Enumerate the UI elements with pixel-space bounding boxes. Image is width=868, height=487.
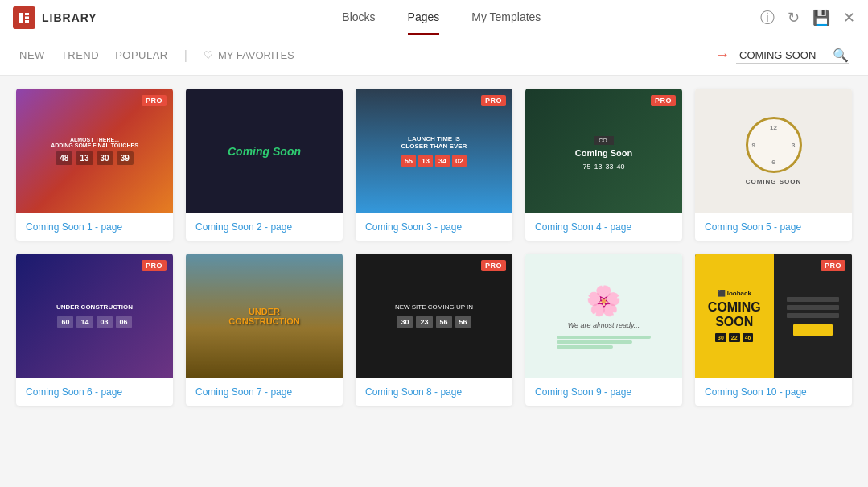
template-grid: PRO ALMOST THERE...ADDING SOME FINAL TOU… (16, 89, 852, 406)
card-thumb-1: PRO ALMOST THERE...ADDING SOME FINAL TOU… (16, 89, 173, 213)
template-card-8[interactable]: PRO NEW SITE COMING UP IN 30 23 56 56 Co… (356, 254, 512, 406)
template-card-6[interactable]: PRO UNDER CONSTRUCTION 60 14 03 06 Comin… (16, 254, 173, 406)
search-icon[interactable]: 🔍 (833, 47, 849, 63)
header: LIBRARY Blocks Pages My Templates ⓘ ↻ 💾 … (0, 0, 868, 35)
filter-divider: | (184, 48, 187, 63)
clock-graphic: 12 3 6 9 (746, 117, 802, 173)
card-label-9: Coming Soon 9 - page (525, 378, 682, 406)
pro-badge-6: PRO (142, 260, 167, 271)
card-label-6: Coming Soon 6 - page (16, 378, 173, 406)
template-card-10[interactable]: PRO ⬛ looback COMINGSOON 30 22 46 (695, 254, 852, 406)
template-card-3[interactable]: PRO LAUNCH TIME ISCLOSER THAN EVER 55 13… (356, 89, 512, 241)
search-area: → 🔍 (715, 47, 849, 64)
pro-badge-10: PRO (821, 260, 845, 271)
question-icon[interactable]: ⓘ (760, 8, 775, 27)
logo-text: LIBRARY (42, 11, 97, 24)
pro-badge-4: PRO (651, 95, 676, 106)
card-label-5: Coming Soon 5 - page (695, 213, 852, 241)
card-thumb-4: PRO CO. Coming Soon 75133340 (525, 89, 682, 213)
search-arrow-indicator: → (715, 47, 730, 64)
card-thumb-5: 12 3 6 9 COMING SOON (695, 89, 852, 213)
template-card-5[interactable]: 12 3 6 9 COMING SOON Coming Soon 5 - pag… (695, 89, 852, 241)
filter-bar: NEW TREND POPULAR | ♡ MY FAVORITES → 🔍 (0, 35, 868, 76)
logo-area: LIBRARY (13, 6, 97, 29)
card-thumb-10: PRO ⬛ looback COMINGSOON 30 22 46 (695, 254, 852, 378)
template-card-7[interactable]: UNDERCONSTRUCTION Coming Soon 7 - page (186, 254, 343, 406)
svg-rect-3 (25, 20, 29, 23)
card-thumb-2: Coming Soon (186, 89, 343, 213)
svg-rect-1 (25, 13, 29, 15)
template-card-1[interactable]: PRO ALMOST THERE...ADDING SOME FINAL TOU… (16, 89, 173, 241)
card-label-7: Coming Soon 7 - page (186, 378, 343, 406)
card-thumb-7: UNDERCONSTRUCTION (186, 254, 343, 378)
filter-trend[interactable]: TREND (61, 49, 99, 61)
close-icon[interactable]: ✕ (843, 9, 855, 27)
card-label-2: Coming Soon 2 - page (186, 213, 343, 241)
card-label-10: Coming Soon 10 - page (695, 378, 852, 406)
refresh-icon[interactable]: ↻ (788, 9, 800, 27)
svg-rect-0 (19, 13, 23, 23)
pro-badge-1: PRO (142, 95, 167, 106)
card-label-1: Coming Soon 1 - page (16, 213, 173, 241)
header-actions: ⓘ ↻ 💾 ✕ (760, 8, 855, 27)
heart-icon: ♡ (204, 49, 213, 61)
card-thumb-6: PRO UNDER CONSTRUCTION 60 14 03 06 (16, 254, 173, 378)
card-label-4: Coming Soon 4 - page (525, 213, 682, 241)
pro-badge-8: PRO (481, 260, 506, 271)
card-label-8: Coming Soon 8 - page (356, 378, 512, 406)
filter-new[interactable]: NEW (19, 49, 45, 61)
save-icon[interactable]: 💾 (812, 9, 830, 27)
tab-pages[interactable]: Pages (408, 1, 440, 35)
filter-favorites[interactable]: ♡ MY FAVORITES (204, 49, 294, 61)
card-thumb-3: PRO LAUNCH TIME ISCLOSER THAN EVER 55 13… (356, 89, 512, 213)
template-card-9[interactable]: 🌸 We are almost ready... Coming Soon 9 -… (525, 254, 682, 406)
tab-my-templates[interactable]: My Templates (471, 1, 541, 35)
nav-tabs: Blocks Pages My Templates (123, 1, 760, 35)
elementor-logo-icon (13, 6, 35, 29)
search-input[interactable] (736, 47, 849, 64)
card-thumb-8: PRO NEW SITE COMING UP IN 30 23 56 56 (356, 254, 512, 378)
template-card-4[interactable]: PRO CO. Coming Soon 75133340 Coming Soon… (525, 89, 682, 241)
card-label-3: Coming Soon 3 - page (356, 213, 512, 241)
svg-rect-2 (25, 16, 29, 19)
filter-popular[interactable]: POPULAR (115, 49, 168, 61)
template-grid-container: PRO ALMOST THERE...ADDING SOME FINAL TOU… (0, 76, 868, 487)
template-card-2[interactable]: Coming Soon Coming Soon 2 - page (186, 89, 343, 241)
card-thumb-9: 🌸 We are almost ready... (525, 254, 682, 378)
pro-badge-3: PRO (481, 95, 506, 106)
tab-blocks[interactable]: Blocks (342, 1, 375, 35)
